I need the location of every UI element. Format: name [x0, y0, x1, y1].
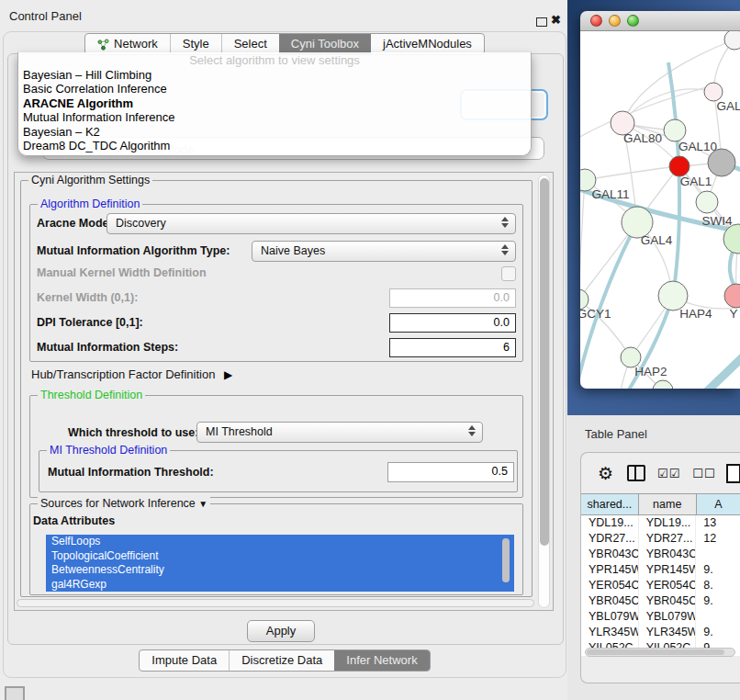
- table-row[interactable]: YBR043CYBR043C: [581, 547, 740, 562]
- list-scrollbar-thumb[interactable]: [502, 538, 510, 582]
- table-cell[interactable]: YLR345W: [581, 625, 639, 640]
- table-cell[interactable]: YBR043C: [639, 547, 697, 562]
- tab-jactivemnodules[interactable]: jActiveMNodules: [371, 34, 484, 54]
- close-traffic-light-icon[interactable]: [590, 15, 602, 27]
- apply-button[interactable]: Apply: [247, 620, 315, 642]
- column-header-shared[interactable]: shared...: [581, 494, 639, 514]
- table-row[interactable]: YLR345WYLR345W9.: [581, 625, 740, 640]
- table-cell[interactable]: YBR043C: [581, 547, 639, 562]
- hub-definition-expander[interactable]: Hub/Transcription Factor Definition ▶: [31, 367, 232, 381]
- table-row[interactable]: YBR045CYBR045C9.: [581, 593, 740, 609]
- table-cell[interactable]: 9.: [696, 593, 740, 609]
- network-edge[interactable]: [580, 180, 585, 299]
- mi-steps-field[interactable]: 6: [389, 338, 516, 357]
- table-cell[interactable]: YDR27...: [639, 531, 697, 547]
- which-threshold-select[interactable]: MI Threshold: [196, 422, 483, 443]
- network-canvas[interactable]: GAL80GALGAL10GAL1GAL11SWI4GAL4GCY1HAP4YH…: [580, 31, 740, 389]
- float-window-icon[interactable]: [536, 17, 547, 27]
- table-row[interactable]: YDR27...YDR27...12: [581, 531, 740, 547]
- table-cell[interactable]: [696, 547, 740, 562]
- column-header-name[interactable]: name: [639, 494, 697, 514]
- minimize-traffic-light-icon[interactable]: [609, 15, 621, 27]
- table-cell[interactable]: YER054C: [581, 578, 639, 593]
- table-row[interactable]: YER054CYER054C8.: [581, 578, 740, 593]
- table-cell[interactable]: 9.: [696, 625, 740, 640]
- dropdown-item[interactable]: Mutual Information Inference: [18, 110, 531, 124]
- table-cell[interactable]: YDR27...: [581, 531, 639, 547]
- tab-cyni-toolbox[interactable]: Cyni Toolbox: [279, 34, 371, 54]
- collapse-arrow-icon[interactable]: ▼: [198, 499, 207, 509]
- aracne-mode-select[interactable]: Discovery: [107, 213, 516, 234]
- gear-icon[interactable]: ⚙: [598, 463, 613, 484]
- table-hscrollbar-track[interactable]: [585, 648, 735, 657]
- table-row[interactable]: YBL079WYBL079W: [581, 609, 740, 625]
- table-cell[interactable]: YBR045C: [581, 593, 639, 609]
- select-all-checkboxes-icon[interactable]: ☑☑: [657, 467, 680, 480]
- network-graph[interactable]: GAL80GALGAL10GAL1GAL11SWI4GAL4GCY1HAP4YH…: [580, 31, 740, 389]
- dropdown-item[interactable]: Basic Correlation Inference: [18, 82, 531, 96]
- bottom-tab-impute-data[interactable]: Impute Data: [140, 650, 229, 671]
- table-cell[interactable]: YBL079W: [581, 609, 639, 625]
- mi-algorithm-select[interactable]: Naive Bayes: [252, 241, 516, 262]
- close-icon[interactable]: ✖: [551, 13, 561, 27]
- minimized-panel-icon[interactable]: [5, 686, 25, 700]
- table-cell[interactable]: YPR145W: [581, 562, 639, 578]
- attribute-list-item[interactable]: TopologicalCoefficient: [46, 549, 514, 564]
- table-cell[interactable]: 13: [696, 515, 740, 531]
- network-edge[interactable]: [707, 349, 740, 389]
- table-cell[interactable]: YDL19...: [639, 515, 697, 531]
- attribute-list-item[interactable]: SelfLoops: [46, 535, 514, 549]
- tab-style[interactable]: Style: [170, 34, 221, 54]
- attribute-list-item[interactable]: gal4RGexp: [46, 578, 514, 593]
- network-node-y[interactable]: [724, 284, 740, 308]
- table-cell[interactable]: YLR345W: [639, 625, 697, 640]
- table-cell[interactable]: YDL19...: [581, 515, 639, 531]
- dropdown-item[interactable]: ARACNE Algorithm: [18, 96, 531, 110]
- horizontal-scrollbar-thumb[interactable]: [17, 599, 534, 607]
- split-columns-icon[interactable]: [627, 465, 645, 481]
- dropdown-prompt: Select algorithm to view settings: [18, 52, 531, 68]
- vertical-scrollbar-thumb[interactable]: [540, 178, 549, 546]
- column-header-a[interactable]: A: [697, 494, 740, 514]
- table-cell[interactable]: YBL079W: [639, 609, 697, 625]
- network-window-titlebar[interactable]: [580, 11, 740, 31]
- mi-threshold-field[interactable]: 0.5: [387, 462, 514, 482]
- group-title: Sources for Network Inference ▼: [38, 497, 210, 510]
- network-node-gal10[interactable]: [664, 119, 686, 141]
- network-node[interactable]: [724, 31, 740, 50]
- table-cell[interactable]: 8.: [696, 578, 740, 593]
- dropdown-item[interactable]: Bayesian – K2: [18, 125, 531, 139]
- new-document-icon[interactable]: [726, 464, 740, 483]
- table-row[interactable]: YPR145WYPR145W9.: [581, 562, 740, 578]
- attribute-list-item[interactable]: BetweennessCentrality: [46, 563, 514, 578]
- deselect-checkboxes-icon[interactable]: ☐☐: [692, 467, 715, 480]
- table-row[interactable]: YDL19...YDL19...13: [581, 515, 740, 531]
- dropdown-item[interactable]: Bayesian – Hill Climbing: [18, 68, 531, 82]
- dpi-tolerance-field[interactable]: 0.0: [389, 313, 516, 333]
- table-hscrollbar-thumb[interactable]: [587, 649, 724, 655]
- table-cell[interactable]: [696, 609, 740, 625]
- network-node-gal1[interactable]: [669, 156, 690, 176]
- dropdown-item[interactable]: Dream8 DC_TDC Algorithm: [18, 139, 531, 152]
- network-node-swi4[interactable]: [696, 191, 718, 213]
- data-attributes-list[interactable]: SelfLoopsTopologicalCoefficientBetweenne…: [46, 535, 514, 592]
- table-cell[interactable]: YPR145W: [639, 562, 697, 578]
- network-node-gal[interactable]: [704, 83, 723, 101]
- network-node[interactable]: [708, 149, 735, 176]
- bottom-tab-infer-network[interactable]: Infer Network: [334, 650, 429, 671]
- table-cell[interactable]: YER054C: [639, 578, 697, 593]
- network-edge[interactable]: [622, 89, 713, 123]
- bottom-tab-discretize-data[interactable]: Discretize Data: [229, 650, 334, 671]
- bottom-tab-group: Impute DataDiscretize DataInfer Network: [139, 649, 430, 672]
- table-cell[interactable]: 12: [696, 531, 740, 547]
- network-node[interactable]: [653, 380, 673, 389]
- manual-kernel-checkbox[interactable]: [501, 266, 516, 281]
- tab-select[interactable]: Select: [221, 34, 279, 54]
- table-cell[interactable]: 9.: [696, 562, 740, 578]
- zoom-traffic-light-icon[interactable]: [627, 15, 639, 27]
- network-edge[interactable]: [668, 62, 679, 296]
- tab-network[interactable]: Network: [85, 34, 170, 54]
- kernel-width-field[interactable]: 0.0: [389, 288, 516, 308]
- table-cell[interactable]: YBR045C: [639, 593, 697, 609]
- network-view-window[interactable]: GAL80GALGAL10GAL1GAL11SWI4GAL4GCY1HAP4YH…: [580, 11, 740, 389]
